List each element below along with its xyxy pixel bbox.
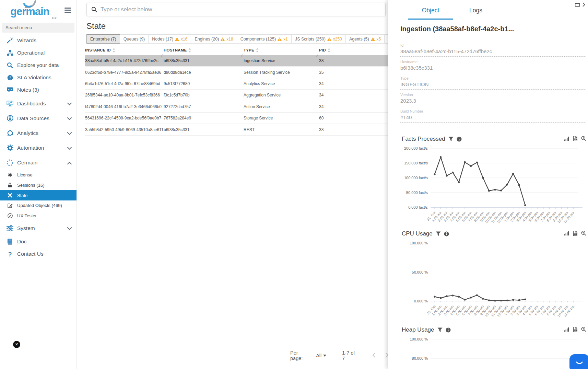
field-type: Type INGESTION: [400, 76, 586, 90]
sidebar-search[interactable]: [2, 23, 74, 33]
table-cell: 927272cbd757: [164, 104, 244, 109]
column-label: INSTANCE ID: [85, 48, 111, 52]
sidebar-item-sla-violations[interactable]: SLA Violations: [0, 71, 77, 84]
field-value: INGESTION: [400, 80, 586, 90]
sidebar-item-label: Notes (3): [17, 87, 39, 93]
filter-funnel-icon[interactable]: [437, 327, 443, 332]
sidebar-item-updated-objects-469[interactable]: Updated Objects (469): [0, 200, 77, 211]
sidebar-item-analytics[interactable]: Analytics: [0, 126, 77, 140]
panel-tabs: ObjectLogs: [388, 0, 588, 20]
filter-funnel-icon[interactable]: [448, 137, 454, 141]
sidebar-item-contact-us[interactable]: ?Contact Us: [0, 248, 77, 260]
chat-widget-button[interactable]: [569, 354, 588, 369]
analytics-icon: [5, 130, 14, 136]
column-resize-handle[interactable]: ∕∕: [162, 54, 162, 57]
chart-type-icon[interactable]: [564, 136, 569, 141]
exclamation-circle-icon: [5, 75, 14, 81]
global-search-input[interactable]: [101, 6, 381, 13]
chart-plot[interactable]: 100.000 %50.000 %0.000 %31. Oct1:00 am2:…: [391, 238, 588, 323]
column-resize-handle[interactable]: ∕∕: [317, 54, 317, 57]
zoom-chart-icon[interactable]: [581, 327, 586, 332]
table-row[interactable]: 38aa58af-b8ef-4a2c-b115-472d76ffbe2cb6f3…: [85, 55, 389, 67]
filter-funnel-icon[interactable]: [436, 231, 441, 236]
table-row[interactable]: 26f85344-ae10-40aa-9b01-7efc53cf8366f3c1…: [85, 90, 389, 101]
sidebar-search-input[interactable]: [2, 23, 74, 33]
sidebar-item-notes-3[interactable]: Notes (3): [0, 84, 77, 96]
tab-label: Queues (9): [124, 37, 145, 42]
tab-engines-20[interactable]: Engines (20)x18: [191, 35, 237, 43]
warning-count: x1: [283, 37, 288, 42]
prev-page-button[interactable]: [372, 353, 376, 359]
chevron-down-icon[interactable]: [67, 101, 72, 107]
sort-icon[interactable]: [256, 48, 259, 53]
collapse-panel-icon[interactable]: [583, 2, 585, 8]
tab-nodes-17[interactable]: Nodes (17)x16: [149, 35, 191, 43]
thumbs-down-button[interactable]: [4, 360, 18, 369]
chevron-up-icon[interactable]: [67, 160, 72, 166]
warning-count: x16: [181, 37, 187, 42]
table-row[interactable]: 6b4a1d76-51ef-4d2a-9f0c-67fae88469bd9c51…: [85, 78, 389, 90]
panel-tab-logs[interactable]: Logs: [453, 7, 498, 20]
chevron-down-icon[interactable]: [67, 130, 72, 136]
feedback-close-icon[interactable]: ✕: [13, 341, 20, 348]
sidebar-item-explore-your-data[interactable]: Explore your data: [0, 59, 77, 71]
chart-plot[interactable]: 100.000 %80.000 %: [391, 334, 588, 369]
field-id: Id 38aa58af-b8ef-4a2c-b115-472d76ffbe2c: [400, 43, 586, 57]
sidebar-menu: WizardsOperationalExplore your dataSLA V…: [0, 34, 77, 260]
sidebar-item-license[interactable]: License: [0, 170, 77, 180]
svg-text:100.000 %: 100.000 %: [410, 241, 428, 245]
chevron-down-icon[interactable]: [67, 145, 72, 151]
zoom-chart-icon[interactable]: [581, 231, 586, 236]
tab-components-125[interactable]: Components (125)x1: [237, 35, 292, 43]
sidebar-item-data-sources[interactable]: Data Sources: [0, 111, 77, 126]
info-icon[interactable]: [446, 327, 451, 333]
export-csv-icon[interactable]: CSV: [573, 136, 577, 141]
per-page-select[interactable]: All: [316, 353, 326, 358]
tab-queues-9[interactable]: Queues (9): [120, 35, 149, 43]
sort-icon[interactable]: [188, 48, 191, 53]
sidebar-item-dashboards[interactable]: Dashboards: [0, 96, 77, 111]
table-cell: Analytics Service: [244, 81, 319, 86]
chart-plot[interactable]: 200.000 fact/s150.000 fact/s100.000 fact…: [391, 143, 588, 229]
sort-icon[interactable]: [113, 48, 115, 53]
tab-js-scripts-250[interactable]: JS Scripts (250)x250: [292, 35, 346, 43]
sidebar-item-ux-tester[interactable]: UX Tester: [0, 211, 77, 221]
sidebar-item-operational[interactable]: Operational: [0, 47, 77, 59]
sidebar-item-state[interactable]: State: [0, 190, 77, 200]
chevron-down-icon[interactable]: [67, 225, 72, 231]
table-row[interactable]: 3a55b8d2-5950-49b9-8069-43510a8ae611b6f3…: [85, 124, 389, 135]
table-row[interactable]: 56431696-22cf-4508-9ea2-bde56f0ae0b77675…: [85, 113, 389, 124]
sidebar-item-doc[interactable]: Doc: [0, 235, 77, 248]
table-row[interactable]: f47802d4-0046-416f-b7a2-3e3466d066b09272…: [85, 101, 389, 113]
sort-icon[interactable]: [328, 48, 330, 53]
panel-tab-object[interactable]: Object: [408, 7, 453, 20]
zoom-chart-icon[interactable]: [581, 136, 586, 141]
column-header-instance-id[interactable]: INSTANCE ID: [85, 48, 164, 53]
table-cell: 35: [319, 70, 389, 75]
column-header-pid[interactable]: PID: [319, 48, 389, 53]
column-header-hostname[interactable]: HOSTNAME: [164, 48, 244, 53]
export-csv-icon[interactable]: CSV: [573, 231, 577, 236]
chart-type-icon[interactable]: [564, 327, 569, 332]
export-csv-icon[interactable]: CSV: [573, 327, 577, 332]
column-resize-handle[interactable]: ∕∕: [242, 54, 242, 57]
tab-agents-5[interactable]: Agents (5)x5: [346, 35, 385, 43]
table-cell: 3a55b8d2-5950-49b9-8069-43510a8ae611: [85, 127, 164, 132]
chevron-down-icon[interactable]: [67, 115, 72, 122]
tab-enterprise-7[interactable]: Enterprise (7): [86, 34, 120, 44]
info-icon[interactable]: [457, 137, 462, 142]
sidebar-item-germain[interactable]: Germain: [0, 155, 77, 170]
hamburger-menu-icon[interactable]: [64, 8, 71, 14]
sidebar-item-sessions-16[interactable]: Sessions (16): [0, 180, 77, 191]
global-search[interactable]: [86, 3, 386, 16]
edit-icon: [5, 203, 14, 208]
svg-text:50.000 fact/s: 50.000 fact/s: [406, 191, 428, 195]
sidebar-item-wizards[interactable]: Wizards: [0, 34, 77, 47]
sidebar-item-system[interactable]: System: [0, 221, 77, 235]
info-icon[interactable]: [444, 231, 449, 237]
sidebar-item-automation[interactable]: Automation: [0, 140, 77, 155]
table-row[interactable]: 0623df6d-b78e-4777-8c5a-94278fa5ae36d80d…: [85, 67, 389, 78]
column-header-type[interactable]: TYPE: [244, 48, 319, 53]
chart-type-icon[interactable]: [564, 231, 569, 235]
popout-window-icon[interactable]: [575, 2, 580, 8]
